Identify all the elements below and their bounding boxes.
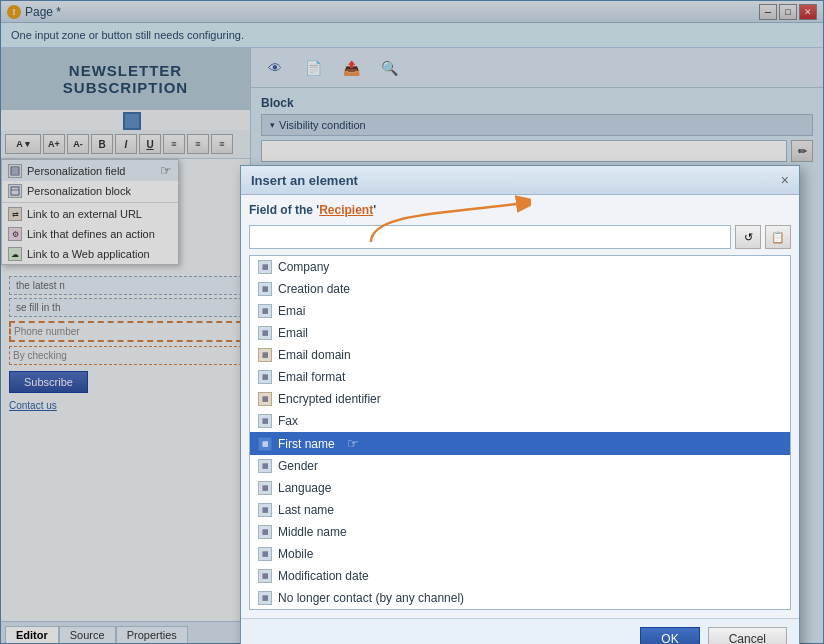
cursor-pointer: ☞ [347, 436, 359, 451]
field-icon: ▦ [258, 414, 272, 428]
dialog-title-bar: Insert an element × [241, 166, 799, 195]
dialog-field-panel: Field of the 'Recipient' ↺ [241, 195, 799, 618]
field-item-label: Creation date [278, 282, 350, 296]
field-item-label: First name [278, 437, 335, 451]
insert-element-dialog: Insert an element × Field of the 'Recipi… [240, 165, 800, 644]
field-item-email-domain[interactable]: ▦ Email domain [250, 344, 790, 366]
field-item-label: Last name [278, 503, 334, 517]
field-icon: ▦ [258, 304, 272, 318]
field-icon: ▦ [258, 260, 272, 274]
cancel-button[interactable]: Cancel [708, 627, 787, 644]
search-bar: ↺ 📋 [249, 225, 791, 249]
field-item-label: Emai [278, 304, 305, 318]
field-list[interactable]: ▦ Company ▦ Creation date ▦ Emai ▦ Email [249, 255, 791, 610]
field-item-label: Mobile [278, 547, 313, 561]
field-item-label: Modification date [278, 569, 369, 583]
field-item-language[interactable]: ▦ Language [250, 477, 790, 499]
dialog-close-btn[interactable]: × [781, 172, 789, 188]
dialog-footer: OK Cancel [241, 618, 799, 644]
field-item-fax[interactable]: ▦ Fax [250, 410, 790, 432]
field-item-mobile[interactable]: ▦ Mobile [250, 543, 790, 565]
field-icon: ▦ [258, 569, 272, 583]
field-item-label: Gender [278, 459, 318, 473]
dialog-overlay: Insert an element × Field of the 'Recipi… [0, 0, 824, 644]
field-item-label: Language [278, 481, 331, 495]
dialog-body: Field of the 'Recipient' ↺ [241, 195, 799, 618]
field-icon: ▦ [258, 591, 272, 605]
field-icon: ▦ [258, 481, 272, 495]
field-icon: ▦ [258, 525, 272, 539]
copy-btn[interactable]: 📋 [765, 225, 791, 249]
search-input[interactable] [249, 225, 731, 249]
ok-button[interactable]: OK [640, 627, 699, 644]
field-icon: ▦ [258, 282, 272, 296]
field-icon: ▦ [258, 503, 272, 517]
field-icon: ▦ [258, 437, 272, 451]
field-item-creation-date[interactable]: ▦ Creation date [250, 278, 790, 300]
field-item-label: No longer contact (by any channel) [278, 591, 464, 605]
field-icon: ▦ [258, 326, 272, 340]
field-item-gender[interactable]: ▦ Gender [250, 455, 790, 477]
refresh-btn[interactable]: ↺ [735, 225, 761, 249]
field-item-middle-name[interactable]: ▦ Middle name [250, 521, 790, 543]
field-icon: ▦ [258, 348, 272, 362]
field-item-modification-date[interactable]: ▦ Modification date [250, 565, 790, 587]
field-icon: ▦ [258, 547, 272, 561]
field-section-label: Field of the 'Recipient' [249, 203, 791, 217]
field-item-last-name[interactable]: ▦ Last name [250, 499, 790, 521]
field-item-no-longer-contact[interactable]: ▦ No longer contact (by any channel) [250, 587, 790, 609]
field-item-label: Encrypted identifier [278, 392, 381, 406]
dialog-title: Insert an element [251, 173, 358, 188]
field-item-company[interactable]: ▦ Company [250, 256, 790, 278]
field-item-label: Company [278, 260, 329, 274]
field-item-email-format[interactable]: ▦ Email format [250, 366, 790, 388]
field-icon: ▦ [258, 459, 272, 473]
field-icon: ▦ [258, 370, 272, 384]
field-item-first-name[interactable]: ▦ First name ☞ [250, 432, 790, 455]
field-item-label: Fax [278, 414, 298, 428]
field-item-email[interactable]: ▦ Email [250, 322, 790, 344]
field-icon: ▦ [258, 392, 272, 406]
field-item-emai[interactable]: ▦ Emai [250, 300, 790, 322]
field-item-label: Middle name [278, 525, 347, 539]
field-item-encrypted-identifier[interactable]: ▦ Encrypted identifier [250, 388, 790, 410]
field-item-label: Email domain [278, 348, 351, 362]
field-item-label: Email [278, 326, 308, 340]
field-item-label: Email format [278, 370, 345, 384]
